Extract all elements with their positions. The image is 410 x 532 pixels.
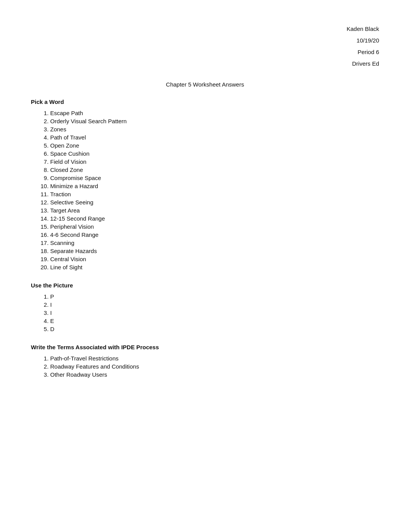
period: Period 6 xyxy=(31,46,379,58)
page-title: Chapter 5 Worksheet Answers xyxy=(31,81,379,88)
date: 10/19/20 xyxy=(31,35,379,46)
list-item: Traction xyxy=(50,191,379,197)
list-item: Orderly Visual Search Pattern xyxy=(50,118,379,124)
header-info: Kaden Black 10/19/20 Period 6 Drivers Ed xyxy=(31,23,379,70)
list-item: Closed Zone xyxy=(50,167,379,173)
list-item: Central Vision xyxy=(50,256,379,262)
list-item: Open Zone xyxy=(50,142,379,149)
list-item: Space Cushion xyxy=(50,150,379,157)
list-item: Minimize a Hazard xyxy=(50,183,379,189)
list-item: I xyxy=(50,301,379,308)
use-picture-list: PIIED xyxy=(31,293,379,332)
list-item: P xyxy=(50,293,379,300)
list-item: 4-6 Second Range xyxy=(50,231,379,238)
section-use-the-picture: Use the Picture PIIED xyxy=(31,282,379,332)
section-use-the-picture-title: Use the Picture xyxy=(31,282,379,289)
list-item: Path-of-Travel Restrictions xyxy=(50,355,379,362)
list-item: Selective Seeing xyxy=(50,199,379,206)
section-pick-a-word-title: Pick a Word xyxy=(31,99,379,105)
list-item: I xyxy=(50,309,379,316)
list-item: Peripheral Vision xyxy=(50,223,379,230)
pick-a-word-list: Escape PathOrderly Visual Search Pattern… xyxy=(31,110,379,270)
list-item: Compromise Space xyxy=(50,175,379,181)
section-pick-a-word: Pick a Word Escape PathOrderly Visual Se… xyxy=(31,99,379,270)
class-name: Drivers Ed xyxy=(31,58,379,70)
list-item: Zones xyxy=(50,126,379,133)
list-item: Path of Travel xyxy=(50,134,379,141)
list-item: Line of Sight xyxy=(50,264,379,270)
list-item: Other Roadway Users xyxy=(50,371,379,378)
section-write-terms: Write the Terms Associated with IPDE Pro… xyxy=(31,344,379,378)
section-write-terms-title: Write the Terms Associated with IPDE Pro… xyxy=(31,344,379,350)
list-item: D xyxy=(50,326,379,332)
list-item: 12-15 Second Range xyxy=(50,215,379,222)
student-name: Kaden Black xyxy=(31,23,379,35)
ipde-list: Path-of-Travel RestrictionsRoadway Featu… xyxy=(31,355,379,378)
list-item: Escape Path xyxy=(50,110,379,116)
list-item: Scanning xyxy=(50,240,379,246)
list-item: E xyxy=(50,318,379,324)
list-item: Separate Hazards xyxy=(50,248,379,254)
list-item: Roadway Features and Conditions xyxy=(50,363,379,370)
list-item: Field of Vision xyxy=(50,158,379,165)
list-item: Target Area xyxy=(50,207,379,214)
